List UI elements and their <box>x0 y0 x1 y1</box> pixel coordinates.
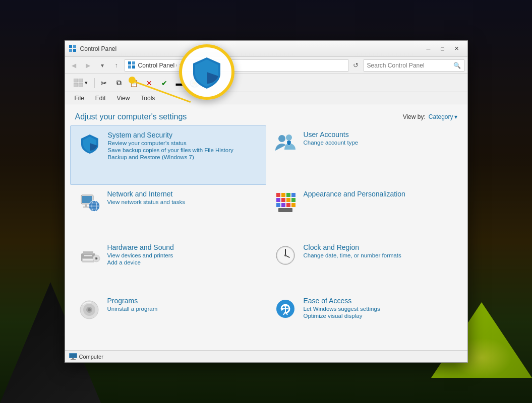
user-accounts-link-1[interactable]: Change account type <box>304 140 455 146</box>
category-grid: System and Security Review your computer… <box>65 125 467 350</box>
system-security-link-1[interactable]: Review your computer's status <box>108 140 259 146</box>
hardware-sound-icon <box>77 243 101 267</box>
window-icon <box>69 45 77 53</box>
menu-file[interactable]: File <box>69 93 90 103</box>
programs-name[interactable]: Programs <box>107 297 259 305</box>
svg-rect-8 <box>74 79 78 82</box>
svg-rect-41 <box>278 208 292 212</box>
menu-edit[interactable]: Edit <box>90 93 111 103</box>
svg-rect-32 <box>291 193 295 197</box>
copy-button[interactable]: ⧉ <box>112 76 126 90</box>
system-security-link-2[interactable]: Save backup copies of your files with Fi… <box>108 147 259 153</box>
svg-rect-69 <box>71 359 76 360</box>
toolbar-separator-1 <box>94 78 95 88</box>
svg-rect-40 <box>291 203 295 207</box>
svg-point-54 <box>284 254 286 256</box>
ease-of-access-link-1[interactable]: Let Windows suggest settings <box>304 306 455 312</box>
svg-rect-29 <box>276 193 280 197</box>
callout-circle <box>179 44 234 100</box>
forward-button[interactable]: ▶ <box>82 59 94 72</box>
breadcrumb-item[interactable]: Control Panel <box>138 62 175 69</box>
search-icon: 🔍 <box>453 62 461 69</box>
ease-of-access-link-2[interactable]: Optimize visual display <box>304 313 455 319</box>
nav-bar: ◀ ▶ ▾ ↑ Control Panel › ▾ ↺ 🔍 <box>65 57 467 74</box>
status-computer-label: Computer <box>79 354 103 360</box>
maximize-button[interactable]: □ <box>436 44 449 54</box>
search-input[interactable] <box>367 62 451 69</box>
breadcrumb: Control Panel › <box>138 62 178 69</box>
network-internet-link-1[interactable]: View network status and tasks <box>107 199 259 205</box>
callout-dot <box>129 77 136 84</box>
close-button[interactable]: ✕ <box>450 44 463 54</box>
user-accounts-icon <box>273 130 298 155</box>
minimize-button[interactable]: ─ <box>422 44 435 54</box>
category-hardware-sound[interactable]: Hardware and Sound View devices and prin… <box>70 238 266 292</box>
svg-rect-34 <box>281 198 285 202</box>
svg-rect-39 <box>286 203 290 207</box>
svg-rect-2 <box>69 49 72 52</box>
category-appearance[interactable]: Appearance and Personalization <box>266 185 462 238</box>
category-programs[interactable]: Programs Uninstall a program <box>70 292 266 345</box>
network-internet-name[interactable]: Network and Internet <box>107 190 259 198</box>
category-clock-region[interactable]: Clock and Region Change date, time, or n… <box>266 238 462 292</box>
system-security-text: System and Security Review your computer… <box>108 131 259 160</box>
svg-rect-23 <box>83 207 89 208</box>
svg-rect-37 <box>276 203 280 207</box>
svg-rect-31 <box>286 193 290 197</box>
category-user-accounts[interactable]: User Accounts Change account type <box>266 125 462 185</box>
clock-region-text: Clock and Region Change date, time, or n… <box>304 243 455 258</box>
clock-region-link-1[interactable]: Change date, time, or number formats <box>304 252 455 258</box>
network-internet-icon <box>77 190 101 214</box>
up-button[interactable]: ↑ <box>110 59 123 72</box>
svg-rect-46 <box>84 255 92 256</box>
network-internet-text: Network and Internet View network status… <box>107 190 259 205</box>
category-network-internet[interactable]: Network and Internet View network status… <box>70 185 266 238</box>
system-security-link-3[interactable]: Backup and Restore (Windows 7) <box>108 154 259 160</box>
svg-rect-6 <box>128 65 131 69</box>
svg-rect-3 <box>73 49 76 52</box>
svg-rect-33 <box>276 198 280 202</box>
ease-of-access-text: Ease of Access Let Windows suggest setti… <box>304 297 455 319</box>
system-security-name[interactable]: System and Security <box>108 131 259 139</box>
svg-rect-30 <box>281 193 285 197</box>
ease-of-access-name[interactable]: Ease of Access <box>304 297 455 305</box>
svg-rect-4 <box>128 61 131 64</box>
programs-text: Programs Uninstall a program <box>107 297 259 312</box>
ease-of-access-icon <box>273 297 298 321</box>
view-by-arrow: ▾ <box>454 113 457 120</box>
category-system-security[interactable]: System and Security Review your computer… <box>70 125 266 185</box>
hardware-sound-text: Hardware and Sound View devices and prin… <box>107 243 259 265</box>
views-button[interactable]: ▾ <box>69 76 92 90</box>
address-icon <box>128 61 136 70</box>
programs-link-1[interactable]: Uninstall a program <box>107 306 259 312</box>
appearance-text: Appearance and Personalization <box>304 190 455 198</box>
menu-tools[interactable]: Tools <box>135 93 160 103</box>
menu-view[interactable]: View <box>111 93 136 103</box>
user-accounts-name[interactable]: User Accounts <box>304 130 455 139</box>
view-by-dropdown[interactable]: Category ▾ <box>429 113 457 120</box>
toolbar: ▾ ✂ ⧉ 📋 ✕ ✔ ▬ <box>65 74 467 92</box>
callout-shield-icon <box>189 54 224 90</box>
svg-point-49 <box>96 258 97 259</box>
window-controls: ─ □ ✕ <box>422 44 463 54</box>
content-header: Adjust your computer's settings View by:… <box>65 104 467 125</box>
refresh-button[interactable]: ↺ <box>350 60 362 71</box>
svg-point-18 <box>278 135 285 142</box>
appearance-icon <box>273 190 298 214</box>
clock-region-name[interactable]: Clock and Region <box>304 243 455 251</box>
svg-rect-22 <box>85 205 87 207</box>
address-bar: Control Panel › ▾ <box>125 59 348 72</box>
hardware-sound-link-1[interactable]: View devices and printers <box>107 252 259 258</box>
category-ease-of-access[interactable]: Ease of Access Let Windows suggest setti… <box>266 292 462 345</box>
svg-rect-5 <box>132 61 135 64</box>
nav-dropdown-button[interactable]: ▾ <box>96 59 108 72</box>
back-button[interactable]: ◀ <box>68 59 80 72</box>
user-accounts-text: User Accounts Change account type <box>304 130 455 146</box>
window-title: Control Panel <box>80 45 422 52</box>
appearance-name[interactable]: Appearance and Personalization <box>304 190 455 198</box>
programs-icon <box>77 297 101 321</box>
cut-button[interactable]: ✂ <box>97 76 111 90</box>
hardware-sound-link-2[interactable]: Add a device <box>107 259 259 265</box>
hardware-sound-name[interactable]: Hardware and Sound <box>107 243 259 251</box>
check-button[interactable]: ✔ <box>157 76 171 90</box>
